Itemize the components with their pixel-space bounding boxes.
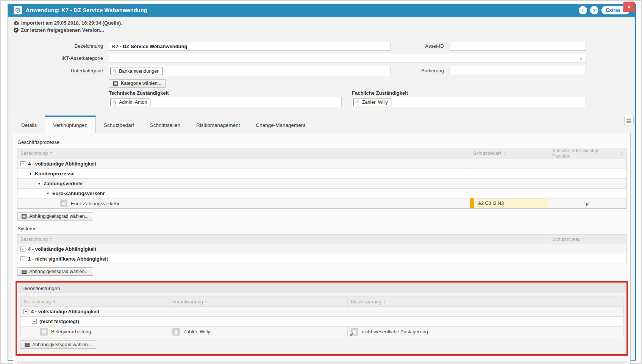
asset-id-input[interactable] bbox=[450, 42, 586, 51]
fachliche-zustaendigkeit-label: Fachliche Zuständigkeit bbox=[352, 90, 408, 96]
table-row[interactable]: Euro-Zahlungsverkehr A2 C3 I3 N3 ja bbox=[17, 198, 626, 208]
close-button[interactable]: × bbox=[623, 2, 635, 12]
klassifizierung-check-icon: ✔ bbox=[351, 328, 358, 336]
trash-icon[interactable] bbox=[113, 100, 117, 105]
column-header-schutzniveau[interactable]: Schutzniveau ▲▼ bbox=[549, 234, 626, 244]
version-line: ✔ Zur letzten freigegebenen Version... bbox=[14, 27, 630, 34]
table-row: ▼ Zahlungsverkehr bbox=[17, 178, 626, 188]
collapse-icon[interactable]: − bbox=[23, 309, 28, 314]
column-header-bezeichnung[interactable]: Bezeichnung ▲▼ bbox=[17, 234, 549, 244]
collapse-triangle-icon[interactable]: ▼ bbox=[46, 192, 50, 195]
ikt-assetkategorie-label: IKT-Assetkategorie bbox=[31, 55, 103, 61]
bezeichnung-label: Bezeichnung bbox=[31, 43, 103, 49]
gear-icon bbox=[40, 328, 48, 336]
ikt-assetkategorie-select[interactable]: ∨ bbox=[109, 54, 586, 63]
collapse-icon[interactable]: − bbox=[20, 161, 25, 166]
abhaengigkeitsgrad-waehlen-button[interactable]: Abhängigkeitsgrad wählen... bbox=[20, 341, 96, 349]
tab-schutzbedarf[interactable]: Schutzbedarf bbox=[96, 117, 142, 133]
tab-schnittstellen[interactable]: Schnittstellen bbox=[142, 117, 188, 133]
column-header-bezeichnung[interactable]: Bezeichnung ▲▼ bbox=[17, 148, 470, 159]
technische-chip-label: Admin, Anton bbox=[119, 100, 147, 105]
tab-verknuepfungen[interactable]: Verknüpfungen bbox=[45, 116, 96, 133]
status-area: Importiert am 29.05.2018, 16:29:34 (Quel… bbox=[8, 17, 635, 35]
kategorie-waehlen-label: Kategorie wählen... bbox=[121, 81, 161, 86]
technische-zustaendigkeit-field[interactable]: Admin, Anton bbox=[109, 97, 342, 107]
klassifizierung-value: nicht wesentliche Auslagerung bbox=[362, 329, 428, 334]
collapse-icon[interactable]: − bbox=[32, 319, 37, 324]
unterkategorie-chip-label: Bankanwendungen bbox=[119, 69, 159, 74]
kategorie-waehlen-button[interactable]: Kategorie wählen... bbox=[109, 79, 166, 87]
bezeichnung-input[interactable] bbox=[109, 42, 391, 51]
collapse-triangle-icon[interactable]: ▼ bbox=[37, 182, 41, 186]
import-text: Importiert am 29.05.2018, 16:29:34 ( bbox=[21, 20, 104, 26]
green-check-icon: ✔ bbox=[350, 332, 354, 337]
trash-icon[interactable] bbox=[356, 100, 360, 105]
title-bar: Anwendung: K7 - DZ Service Webanwendung … bbox=[8, 4, 635, 17]
weitere-verknuepfungen-accordion[interactable]: ▶ Weitere Verknüpfungen bbox=[17, 361, 626, 364]
chevron-down-icon: ∨ bbox=[580, 56, 586, 61]
verantwortung-value: Zahler, Willy bbox=[183, 329, 210, 334]
help-button[interactable]: ? bbox=[590, 6, 598, 14]
badge-color-bar bbox=[470, 198, 474, 208]
table-row: ▼ Kundenprozesse bbox=[17, 169, 626, 178]
geschaeftsprozesse-table: Bezeichnung ▲▼ Schutzbedarf ▲▼ Kritische… bbox=[17, 148, 626, 209]
extras-label: Extras bbox=[606, 8, 620, 13]
column-header-bezeichnung[interactable]: Bezeichnung ▲▼ bbox=[20, 297, 169, 306]
import-source-link[interactable]: Quelle bbox=[104, 20, 119, 26]
table-header: Bezeichnung ▲▼ Schutzniveau ▲▼ bbox=[17, 234, 626, 244]
dienstleistungen-table: Bezeichnung ▲▼ Verantwortung ▲▼ Klassifi… bbox=[20, 297, 623, 337]
sort-icon: ▲▼ bbox=[383, 300, 386, 304]
geschaeftsprozesse-title: Geschäftsprozesse bbox=[17, 139, 626, 145]
unterkategorie-chip[interactable]: Bankanwendungen bbox=[110, 67, 163, 75]
page-frame: × Anwendung: K7 - DZ Service Webanwendun… bbox=[0, 0, 642, 364]
table-row: + 1 - nicht signifikante Abhängigkeit bbox=[17, 254, 626, 264]
dienstleistungen-section-highlight: Dienstleistungen Bezeichnung ▲▼ Verantwo… bbox=[16, 281, 628, 356]
kritische-funktion-value: ja bbox=[549, 198, 626, 208]
technische-zustaendigkeit-label: Technische Zuständigkeit bbox=[109, 90, 169, 96]
fachliche-chip[interactable]: Zahler, Willy bbox=[353, 98, 391, 106]
expand-icon[interactable]: + bbox=[20, 256, 25, 261]
sort-icon: ▲▼ bbox=[583, 237, 585, 242]
layout-toggle-button[interactable] bbox=[624, 116, 634, 125]
table-header: Bezeichnung ▲▼ Schutzbedarf ▲▼ Kritische… bbox=[17, 148, 626, 159]
sort-icon: ▲▼ bbox=[50, 151, 52, 156]
sort-icon: ▲▼ bbox=[50, 237, 52, 242]
table-row: − 4 - vollständige Abhängigkeit bbox=[17, 159, 626, 169]
fachliche-zustaendigkeit-field[interactable]: Zahler, Willy bbox=[352, 97, 586, 107]
schutzbedarf-badge: A2 C3 I3 N3 bbox=[470, 198, 549, 208]
technische-chip[interactable]: Admin, Anton bbox=[110, 98, 150, 106]
window-title: Anwendung: K7 - DZ Service Webanwendung bbox=[26, 7, 147, 13]
person-icon bbox=[172, 328, 180, 336]
collapse-triangle-icon[interactable]: ▼ bbox=[29, 172, 32, 176]
tab-risikomanagement[interactable]: Risikomanagement bbox=[188, 117, 248, 133]
sort-icon: ▲▼ bbox=[620, 151, 623, 156]
column-header-klassifizierung[interactable]: Klassifizierung ▲▼ bbox=[347, 297, 623, 306]
unterkategorie-label: Unterkategorie bbox=[31, 68, 103, 74]
table-row[interactable]: Belegverarbeitung Zahler, Willy bbox=[20, 326, 623, 337]
unterkategorie-field[interactable]: Bankanwendungen bbox=[109, 66, 391, 76]
expand-icon[interactable]: + bbox=[20, 247, 25, 252]
column-header-kritische-funktion[interactable]: Kritische oder wichtige Funktion ▲▼ bbox=[549, 148, 626, 159]
column-header-schutzbedarf[interactable]: Schutzbedarf ▲▼ bbox=[470, 148, 549, 159]
verknuepfungen-panel: Geschäftsprozesse Bezeichnung ▲▼ Schutzb… bbox=[13, 133, 631, 364]
process-name: Euro-Zahlungsverkehr bbox=[71, 201, 120, 206]
systeme-table: Bezeichnung ▲▼ Schutzniveau ▲▼ + 4 - vol… bbox=[17, 234, 626, 264]
sortierung-input[interactable] bbox=[450, 66, 586, 75]
column-header-verantwortung[interactable]: Verantwortung ▲▼ bbox=[169, 297, 347, 306]
table-row: ▼ Euro-Zahlungsverkehr bbox=[17, 188, 626, 198]
tab-bar: Details Verknüpfungen Schutzbedarf Schni… bbox=[13, 116, 631, 133]
asset-id-label: Asset-ID bbox=[387, 43, 444, 49]
table-header: Bezeichnung ▲▼ Verantwortung ▲▼ Klassifi… bbox=[20, 297, 623, 306]
abhaengigkeitsgrad-waehlen-button[interactable]: Abhängigkeitsgrad wählen... bbox=[17, 267, 93, 276]
import-status-line: Importiert am 29.05.2018, 16:29:34 (Quel… bbox=[14, 19, 630, 27]
tab-details[interactable]: Details bbox=[13, 117, 45, 133]
info-button[interactable]: i bbox=[579, 6, 587, 14]
import-text-end: ). bbox=[119, 20, 122, 26]
sort-icon: ▲▼ bbox=[503, 151, 506, 156]
abhaengigkeitsgrad-waehlen-button[interactable]: Abhängigkeitsgrad wählen... bbox=[17, 212, 93, 220]
trash-icon[interactable] bbox=[113, 69, 117, 73]
cloud-download-icon bbox=[14, 21, 19, 25]
tab-change-management[interactable]: Change-Management bbox=[248, 117, 314, 133]
version-link[interactable]: Zur letzten freigegebenen Version... bbox=[21, 27, 104, 34]
check-circle-icon: ✔ bbox=[14, 28, 19, 33]
